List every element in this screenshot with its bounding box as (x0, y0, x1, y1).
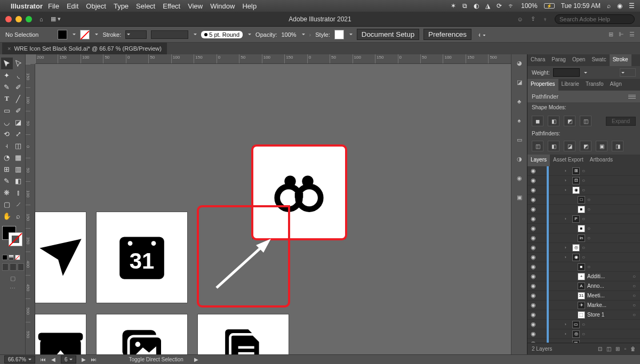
layer-row[interactable]: ◉›P○ (527, 214, 640, 224)
target-icon[interactable]: ○ (582, 321, 585, 327)
fill-stroke-color[interactable] (1, 226, 24, 247)
clock[interactable]: Tue 10:59 AM (561, 2, 601, 10)
crop-button[interactable]: ◩ (580, 141, 591, 151)
artboard-documents[interactable] (198, 314, 289, 354)
visibility-toggle[interactable]: ◉ (530, 292, 537, 299)
app-name[interactable]: Illustrator (11, 2, 43, 10)
stroke-panel-icon[interactable]: ▭ (514, 134, 525, 145)
menu-select[interactable]: Select (136, 2, 155, 10)
align-icon[interactable]: ⫞ ▾ (478, 31, 486, 38)
search-input[interactable] (555, 14, 635, 24)
trim-button[interactable]: ◧ (548, 141, 559, 151)
spotlight-icon[interactable]: ⌕ (607, 2, 611, 10)
menu-help[interactable]: Help (242, 2, 257, 10)
minimize-window-button[interactable] (15, 16, 22, 22)
visibility-toggle[interactable]: ◉ (530, 206, 537, 213)
user-icon[interactable]: ☺ (517, 16, 523, 22)
layer-row[interactable]: ◉in○ (527, 233, 640, 243)
menu-type[interactable]: Type (114, 2, 129, 10)
new-sublayer-icon[interactable]: ⊞ (615, 346, 620, 352)
canvas-area[interactable]: 2001501005005010015005010015005010015005… (26, 54, 511, 354)
target-icon[interactable]: ○ (582, 187, 585, 193)
layer-row[interactable]: ◉□○ (527, 195, 640, 205)
target-icon[interactable]: ○ (582, 331, 585, 337)
target-icon[interactable]: ○ (633, 273, 638, 279)
tab-libraries[interactable]: Librarie (558, 79, 582, 91)
menu-file[interactable]: File (48, 2, 59, 10)
intersect-button[interactable]: ◩ (564, 116, 575, 126)
visibility-toggle[interactable]: ◉ (530, 177, 537, 184)
visibility-toggle[interactable]: ◉ (530, 282, 537, 289)
tab-character[interactable]: Chara (527, 54, 548, 66)
style-swatch[interactable] (334, 30, 344, 39)
target-icon[interactable]: ○ (587, 206, 590, 212)
eyedropper-tool[interactable]: ✎ (1, 175, 13, 187)
weight-input[interactable] (553, 68, 580, 77)
layer-row[interactable]: ◉✈Marke...○ (527, 301, 640, 310)
document-tab[interactable]: × WRE Icon Set Black Solid.ai* @ 66.67 %… (2, 43, 167, 54)
brush-profile[interactable]: 5 pt. Round (201, 31, 243, 38)
tab-asset-export[interactable]: Asset Export (550, 155, 587, 166)
share-icon[interactable]: ⇪ (531, 15, 535, 22)
menu-object[interactable]: Object (86, 2, 106, 10)
tab-layers[interactable]: Layers (527, 155, 550, 166)
maximize-window-button[interactable] (26, 16, 32, 22)
target-icon[interactable]: ○ (582, 177, 585, 183)
blend-tool[interactable]: ◧ (13, 175, 25, 187)
tab-artboards[interactable]: Artboards (587, 155, 616, 166)
notification-icon[interactable]: ☰ (629, 2, 635, 10)
layer-row[interactable]: ◉›◎○ (527, 243, 640, 253)
artboard-store[interactable] (35, 314, 86, 354)
layer-row[interactable]: ◉■○ (527, 205, 640, 214)
layer-row[interactable]: ◉›▭○ (527, 320, 640, 329)
menu-view[interactable]: View (188, 2, 203, 10)
swatches-panel-icon[interactable]: ◪ (514, 77, 525, 87)
visibility-toggle[interactable]: ◉ (530, 187, 537, 193)
target-icon[interactable]: ○ (587, 225, 590, 231)
exclude-button[interactable]: ◫ (580, 116, 591, 126)
artboard-nav-first[interactable]: ⏮ (41, 357, 46, 362)
outline-button[interactable]: ▣ (596, 141, 607, 151)
stroke-corner-dropdown[interactable] (620, 68, 636, 77)
free-transform-tool[interactable]: ◫ (13, 140, 25, 151)
rotate-tool[interactable]: ⟲ (1, 128, 13, 140)
layer-row[interactable]: ◉›▦○ (527, 339, 640, 343)
discover-icon[interactable]: ♀ (543, 16, 547, 22)
target-icon[interactable]: ○ (587, 235, 590, 241)
menu-edit[interactable]: Edit (67, 2, 78, 10)
visibility-toggle[interactable]: ◉ (530, 330, 537, 337)
visibility-toggle[interactable]: ◉ (530, 244, 537, 251)
sync-icon[interactable]: ⟳ (497, 2, 502, 10)
edit-toolbar-button[interactable]: ⋯ (1, 285, 24, 292)
document-setup-button[interactable]: Document Setup (357, 29, 419, 40)
target-icon[interactable]: ○ (587, 264, 590, 270)
close-tab-icon[interactable]: × (7, 45, 11, 52)
target-icon[interactable]: ○ (582, 216, 585, 222)
unite-button[interactable]: ◼ (532, 116, 543, 126)
opacity-value[interactable]: 100% (281, 31, 296, 38)
artboard-nav-last[interactable]: ⏭ (91, 357, 97, 362)
curvature-tool[interactable]: ✐ (13, 81, 25, 93)
dropbox-icon[interactable]: ⧉ (462, 2, 467, 10)
rectangle-tool[interactable]: ▭ (1, 104, 13, 116)
target-icon[interactable]: ○ (587, 197, 590, 203)
preferences-button[interactable]: Preferences (423, 29, 471, 40)
color-panel-icon[interactable]: ◕ (514, 58, 525, 68)
type-tool[interactable]: T (1, 93, 13, 104)
eraser-tool[interactable]: ◪ (13, 116, 25, 128)
target-icon[interactable]: ○ (633, 302, 638, 308)
tab-align[interactable]: Align (606, 79, 625, 91)
visibility-toggle[interactable]: ◉ (530, 302, 537, 309)
expand-button[interactable]: Expand (606, 117, 636, 126)
layer-row[interactable]: ◉■○ (527, 224, 640, 233)
make-clip-icon[interactable]: ◫ (606, 346, 611, 352)
tab-opentype[interactable]: Open (569, 54, 588, 66)
divide-button[interactable]: ◫ (532, 141, 543, 151)
draw-mode-buttons[interactable] (1, 263, 24, 271)
gradient-panel-icon[interactable]: ◑ (514, 153, 525, 164)
screen-mode-button[interactable]: ▢ (1, 275, 24, 282)
tab-swatches[interactable]: Swatc (588, 54, 609, 66)
shape-builder-tool[interactable]: ◔ (1, 151, 13, 163)
home-icon[interactable]: ⌂ (39, 16, 43, 22)
target-icon[interactable]: ○ (633, 312, 638, 318)
